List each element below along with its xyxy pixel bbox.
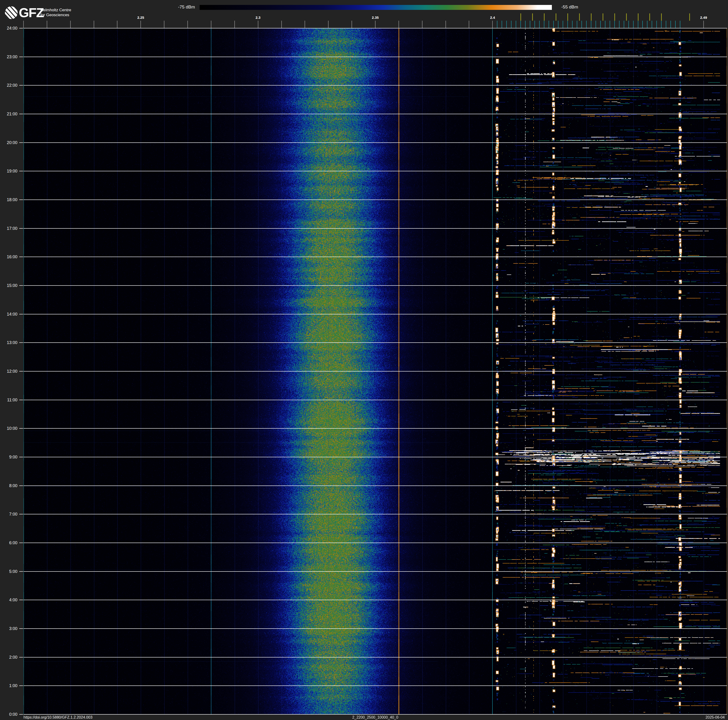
freq-tick (399, 21, 399, 28)
time-label: 20:00 (1, 140, 17, 145)
wifi-channel-tick (532, 14, 533, 21)
ble-channel-tick (591, 21, 591, 28)
ble-channel-tick (661, 21, 662, 28)
ble-channel-tick (624, 21, 624, 28)
time-label: 3:00 (1, 626, 17, 631)
ble-channel-tick (544, 21, 544, 28)
wifi-channel-tick (626, 14, 627, 21)
wifi-channel-tick (661, 14, 662, 21)
ble-channel-tick (549, 21, 549, 28)
freq-label: 2.25 (138, 15, 144, 20)
time-label: 19:00 (1, 169, 17, 174)
time-tick (19, 114, 23, 114)
gfz-wordmark: GFZ (19, 6, 44, 19)
ble-channel-tick (497, 21, 497, 28)
ble-channel-tick (619, 21, 619, 28)
freq-tick (375, 21, 376, 28)
time-tick (19, 486, 23, 486)
ble-channel-tick (530, 21, 530, 28)
time-tick (19, 514, 23, 515)
time-label: 7:00 (1, 512, 17, 517)
ble-channel-tick (642, 21, 643, 28)
time-tick (19, 257, 23, 257)
ble-channel-tick (596, 21, 596, 28)
ble-channel-tick (610, 21, 610, 28)
freq-tick (23, 21, 24, 28)
time-tick (19, 142, 23, 143)
ble-channel-tick (586, 21, 587, 28)
time-tick (19, 542, 23, 543)
freq-tick (164, 21, 164, 28)
wifi-channel-tick (520, 14, 521, 21)
time-label: 23:00 (1, 54, 17, 59)
time-label: 22:00 (1, 83, 17, 88)
time-label: 6:00 (1, 541, 17, 545)
time-tick (19, 314, 23, 314)
time-tick (19, 228, 23, 229)
wifi-channel-tick (649, 14, 650, 21)
wifi-channel-tick (544, 14, 544, 21)
time-label: 18:00 (1, 198, 17, 202)
wifi-channel-tick (689, 14, 690, 21)
freq-tick (94, 21, 94, 28)
freq-tick (141, 21, 141, 28)
ble-channel-tick (511, 21, 511, 28)
freq-label: 2.49 (700, 15, 707, 20)
time-label: 1:00 (1, 683, 17, 688)
wifi-channel-tick (567, 14, 568, 21)
ble-channel-tick (563, 21, 563, 28)
ble-channel-tick (506, 21, 507, 28)
ble-channel-tick (520, 21, 521, 28)
plot-top-border (23, 28, 727, 28)
freq-tick (47, 21, 47, 28)
time-label: 4:00 (1, 597, 17, 602)
time-tick (19, 400, 23, 400)
time-label: 12:00 (1, 369, 17, 374)
ble-channel-tick (567, 21, 568, 28)
ble-channel-tick (581, 21, 582, 28)
ble-channel-tick (647, 21, 647, 28)
freq-tick (258, 21, 258, 28)
ble-channel-tick (605, 21, 606, 28)
freq-tick (211, 21, 211, 28)
wifi-channel-tick (591, 14, 592, 21)
ble-channel-tick (670, 21, 671, 28)
time-tick (19, 85, 23, 86)
colorbar-gradient (200, 5, 552, 10)
time-label: 10:00 (1, 426, 17, 431)
time-label: 8:00 (1, 483, 17, 488)
time-label: 24:00 (1, 26, 17, 31)
wifi-channel-tick (638, 14, 639, 21)
time-tick (19, 28, 23, 28)
ble-channel-tick (629, 21, 629, 28)
ble-channel-tick (539, 21, 540, 28)
wifi-channel-tick (579, 14, 580, 21)
freq-tick (328, 21, 329, 28)
time-tick (19, 342, 23, 343)
ble-channel-tick (572, 21, 572, 28)
ble-channel-tick (600, 21, 601, 28)
time-label: 5:00 (1, 569, 17, 574)
footer-date: 2025-06-04 (705, 715, 725, 720)
time-label: 2:00 (1, 655, 17, 660)
time-tick (19, 428, 23, 429)
time-label: 13:00 (1, 340, 17, 345)
freq-tick (234, 21, 235, 28)
time-label: 15:00 (1, 283, 17, 288)
time-tick (19, 685, 23, 686)
time-tick (19, 371, 23, 372)
ble-channel-tick (675, 21, 676, 28)
time-tick (19, 199, 23, 200)
time-tick (19, 285, 23, 286)
freq-tick (70, 21, 71, 28)
ble-channel-tick (577, 21, 577, 28)
freq-tick (281, 21, 282, 28)
freq-tick (187, 21, 188, 28)
wifi-channel-tick (614, 14, 615, 21)
time-label: 21:00 (1, 112, 17, 116)
gfz-logo-icon (5, 6, 18, 19)
plot-bottom-border (23, 714, 727, 715)
freq-tick (422, 21, 422, 28)
gfz-subtitle-line2: for Geosciences (40, 12, 71, 17)
ble-channel-tick (652, 21, 652, 28)
